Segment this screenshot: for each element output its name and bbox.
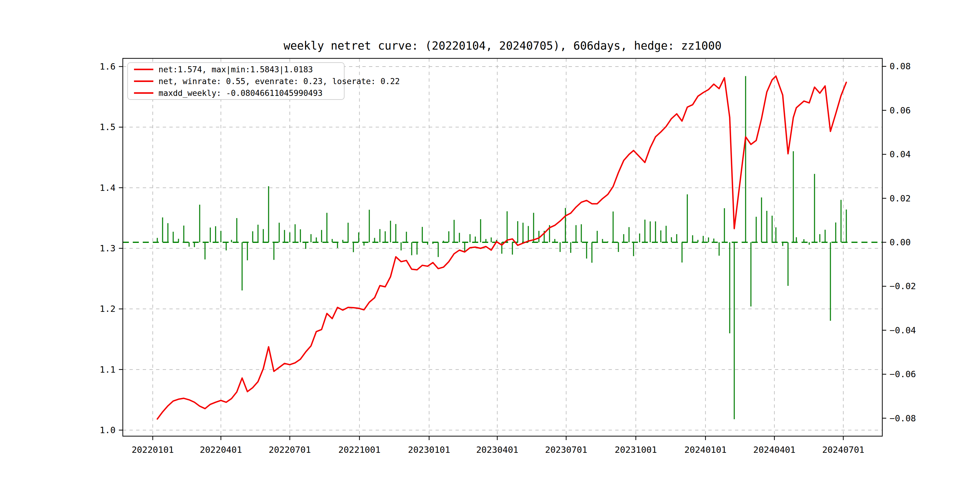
left-y-tick-label: 1.3	[100, 243, 116, 253]
right-y-tick-label: −0.06	[889, 369, 916, 379]
right-y-tick-label: 0.04	[889, 149, 911, 159]
x-tick-label: 20240401	[753, 445, 795, 455]
maxdd-line-swatch	[134, 92, 153, 94]
right-y-tick-label: −0.02	[889, 281, 916, 291]
weekly-return-bars	[157, 76, 846, 419]
x-tick-label: 20230101	[408, 445, 450, 455]
right-y-tick-label: 0.08	[889, 61, 911, 72]
legend-item-net: net:1.574, max|min:1.5843|1.0183	[128, 65, 344, 74]
left-y-tick-label: 1.0	[100, 425, 116, 435]
left-y-tick-label: 1.6	[100, 61, 116, 72]
left-y-tick-label: 1.5	[100, 122, 116, 132]
left-y-tick-label: 1.4	[100, 183, 116, 193]
left-y-tick-label: 1.1	[100, 364, 116, 375]
right-y-tick-label: −0.04	[889, 325, 916, 336]
winrate-line-swatch	[134, 80, 153, 82]
axes-frame	[123, 58, 882, 436]
x-tick-label: 20220401	[200, 445, 242, 455]
right-y-tick-label: 0.00	[889, 237, 911, 247]
right-y-tick-label: 0.02	[889, 193, 911, 204]
x-tick-label: 20240701	[822, 445, 864, 455]
x-tick-label: 20231001	[615, 445, 657, 455]
x-tick-label: 20220701	[269, 445, 311, 455]
x-tick-label: 20230401	[476, 445, 519, 455]
net-line-swatch	[134, 68, 153, 70]
x-tick-label: 20240101	[684, 445, 727, 455]
x-tick-label: 20230701	[545, 445, 587, 455]
legend-label: maxdd_weekly: -0.08046611045990493	[159, 88, 323, 98]
legend-item-maxdd: maxdd_weekly: -0.08046611045990493	[128, 88, 344, 97]
right-y-tick-label: 0.06	[889, 105, 911, 116]
gridlines	[123, 58, 882, 436]
chart-title: weekly netret curve: (20220104, 20240705…	[123, 39, 882, 52]
figure: 2022010120220401202207012022100120230101…	[0, 0, 980, 490]
right-y-tick-label: −0.08	[889, 413, 916, 423]
x-tick-label: 20221001	[339, 445, 381, 455]
legend: net:1.574, max|min:1.5843|1.0183 net, wi…	[127, 62, 345, 100]
legend-label: net, winrate: 0.55, evenrate: 0.23, lose…	[159, 76, 400, 86]
legend-item-winrate: net, winrate: 0.55, evenrate: 0.23, lose…	[128, 76, 344, 86]
left-y-tick-label: 1.2	[100, 304, 116, 314]
legend-label: net:1.574, max|min:1.5843|1.0183	[159, 65, 313, 74]
x-tick-label: 20220101	[132, 445, 174, 455]
tick-marks	[119, 66, 886, 440]
